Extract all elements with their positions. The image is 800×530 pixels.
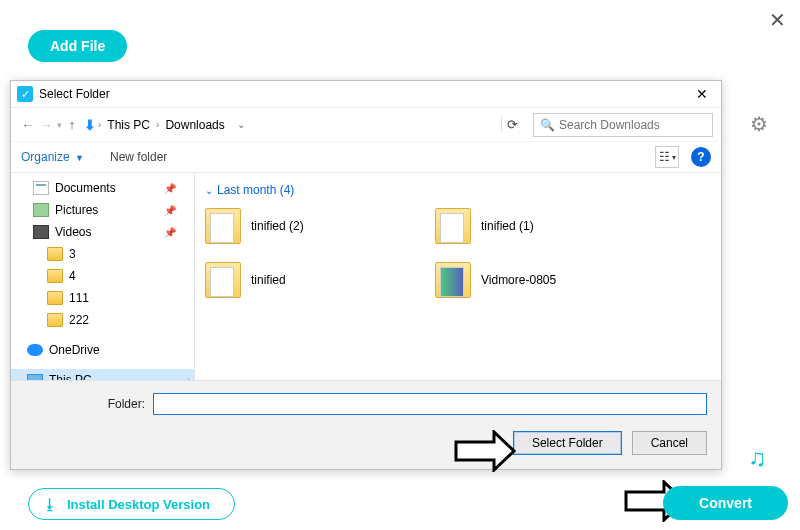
pin-icon: 📌 <box>164 205 176 216</box>
view-options-button[interactable]: ☷▾ <box>655 146 679 168</box>
chevron-right-icon: › <box>156 119 159 130</box>
dialog-toolbar: Organize ▼ New folder ☷▾ ? <box>11 141 721 173</box>
documents-icon <box>33 181 49 195</box>
tree-videos[interactable]: Videos📌 <box>11 221 194 243</box>
dialog-titlebar: ✓ Select Folder ✕ <box>11 81 721 107</box>
chevron-right-icon: › <box>187 375 190 380</box>
music-icon[interactable]: ♫ <box>748 444 766 472</box>
onedrive-icon <box>27 344 43 356</box>
folder-name-input[interactable] <box>153 393 707 415</box>
nav-history-dropdown-icon[interactable]: ▾ <box>57 120 62 130</box>
refresh-icon[interactable]: ⟳ <box>501 117 523 132</box>
folder-field-label: Folder: <box>25 397 145 411</box>
pictures-icon <box>33 203 49 217</box>
breadcrumb[interactable]: ⬇ › This PC › Downloads ⌄ <box>84 117 493 133</box>
search-icon: 🔍 <box>540 118 555 132</box>
help-icon[interactable]: ? <box>691 147 711 167</box>
folder-label: Vidmore-0805 <box>481 273 556 287</box>
download-arrow-icon: ⬇ <box>84 117 96 133</box>
folder-icon <box>47 313 63 327</box>
cancel-button[interactable]: Cancel <box>632 431 707 455</box>
folder-label: tinified (2) <box>251 219 304 233</box>
folder-item[interactable]: tinified (2) <box>205 205 435 247</box>
select-folder-button[interactable]: Select Folder <box>513 431 622 455</box>
tree-documents[interactable]: Documents📌 <box>11 177 194 199</box>
tree-folder-3[interactable]: 3 <box>11 243 194 265</box>
install-desktop-button[interactable]: ⭳ Install Desktop Version <box>28 488 235 520</box>
chevron-down-icon[interactable]: ⌄ <box>237 119 245 130</box>
nav-tree[interactable]: Documents📌 Pictures📌 Videos📌 3 4 111 222… <box>11 173 195 380</box>
videos-icon <box>33 225 49 239</box>
tree-pictures[interactable]: Pictures📌 <box>11 199 194 221</box>
search-box[interactable]: 🔍 <box>533 113 713 137</box>
app-close-icon[interactable]: ✕ <box>769 8 786 32</box>
pin-icon: 📌 <box>164 183 176 194</box>
dialog-footer: Folder: Select Folder Cancel <box>11 380 721 469</box>
folder-icon <box>205 208 241 244</box>
add-file-button[interactable]: Add File <box>28 30 127 62</box>
gear-icon[interactable]: ⚙ <box>750 112 768 136</box>
breadcrumb-downloads[interactable]: Downloads <box>165 118 224 132</box>
tree-folder-4[interactable]: 4 <box>11 265 194 287</box>
breadcrumb-thispc[interactable]: This PC <box>107 118 150 132</box>
folder-content[interactable]: ⌄Last month (4) tinified (2) tinified (1… <box>195 173 721 380</box>
app-logo-icon: ✓ <box>17 86 33 102</box>
select-folder-dialog: ✓ Select Folder ✕ ← → ▾ ↑ ⬇ › This PC › … <box>10 80 722 470</box>
close-icon[interactable]: ✕ <box>689 86 715 102</box>
nav-up-icon[interactable]: ↑ <box>64 117 80 132</box>
chevron-right-icon: › <box>98 119 101 130</box>
group-header[interactable]: ⌄Last month (4) <box>205 183 711 197</box>
folder-item[interactable]: Vidmore-0805 <box>435 259 665 301</box>
folder-item[interactable]: tinified <box>205 259 435 301</box>
organize-menu[interactable]: Organize ▼ <box>21 150 84 164</box>
nav-forward-icon: → <box>37 117 55 133</box>
folder-icon <box>47 247 63 261</box>
convert-button[interactable]: Convert <box>663 486 788 520</box>
tree-folder-222[interactable]: 222 <box>11 309 194 331</box>
tree-onedrive[interactable]: OneDrive <box>11 339 194 361</box>
nav-bar: ← → ▾ ↑ ⬇ › This PC › Downloads ⌄ ⟳ 🔍 <box>11 107 721 141</box>
chevron-down-icon: ▼ <box>75 153 84 163</box>
nav-back-icon[interactable]: ← <box>19 117 37 133</box>
pc-icon <box>27 374 43 380</box>
search-input[interactable] <box>559 118 709 132</box>
folder-label: tinified <box>251 273 286 287</box>
folder-icon <box>47 269 63 283</box>
download-icon: ⭳ <box>43 496 57 512</box>
folder-icon <box>435 262 471 298</box>
tree-folder-111[interactable]: 111 <box>11 287 194 309</box>
new-folder-button[interactable]: New folder <box>110 150 167 164</box>
folder-icon <box>435 208 471 244</box>
folder-item[interactable]: tinified (1) <box>435 205 665 247</box>
folder-icon <box>47 291 63 305</box>
chevron-down-icon: ⌄ <box>205 185 213 196</box>
folder-label: tinified (1) <box>481 219 534 233</box>
dialog-title: Select Folder <box>39 87 689 101</box>
tree-thispc[interactable]: This PC› <box>11 369 194 380</box>
pin-icon: 📌 <box>164 227 176 238</box>
folder-icon <box>205 262 241 298</box>
